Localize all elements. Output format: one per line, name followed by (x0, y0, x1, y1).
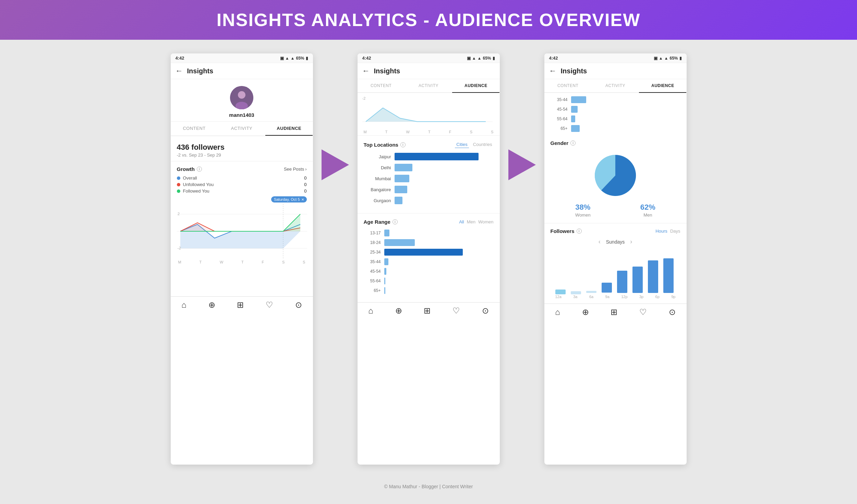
age-track-18-24 (384, 239, 494, 246)
tab-activity-3[interactable]: ACTIVITY (592, 79, 639, 92)
profile-icon-3[interactable]: ⊙ (669, 307, 676, 317)
arrow-shape-1 (322, 149, 349, 180)
profile-icon-2[interactable]: ⊙ (482, 306, 489, 316)
add-icon-3[interactable]: ⊞ (611, 307, 617, 317)
gender-info-icon[interactable]: i (570, 140, 576, 146)
city-label-bangalore: Bangalore (364, 187, 391, 192)
heart-icon-2[interactable]: ♡ (452, 306, 460, 316)
search-icon-2[interactable]: ⊕ (395, 306, 402, 316)
followers-change: -2 vs. Sep 23 - Sep 29 (177, 152, 307, 158)
tooltip-close[interactable]: ✕ (301, 198, 304, 201)
search-icon-1[interactable]: ⊕ (208, 300, 215, 310)
city-bar-jaipur (395, 153, 494, 160)
add-icon-1[interactable]: ⊞ (237, 300, 244, 310)
footer: © Manu Mathur - Blogger | Content Writer (0, 478, 857, 495)
status-bar-1: 4:42 ▣ ▲ ▲ 65% ▮ (171, 53, 313, 63)
age-men-btn[interactable]: Men (467, 219, 475, 224)
unfollowed-val: 0 (304, 182, 306, 187)
hours-chart: 12a 3a 6a 9a 12p 3p 6p 9p (551, 250, 680, 299)
age-track-small-55-64 (571, 115, 680, 122)
age-track-25-34 (384, 249, 494, 256)
home-icon-3[interactable]: ⌂ (555, 307, 560, 317)
tab-activity-2[interactable]: ACTIVITY (405, 79, 452, 92)
hour-12p: 12p (621, 295, 627, 299)
tab-content-3[interactable]: CONTENT (544, 79, 592, 92)
back-button-2[interactable]: ← (362, 66, 370, 75)
tab-audience-1[interactable]: AUDIENCE (265, 122, 313, 136)
nav-bar-1: ← Insights (171, 63, 313, 79)
svg-marker-13 (366, 108, 486, 122)
tab-audience-2[interactable]: AUDIENCE (452, 79, 499, 93)
tab-activity-1[interactable]: ACTIVITY (218, 122, 265, 136)
days-btn[interactable]: Days (670, 229, 680, 234)
top-locations-title: Top Locations i (364, 142, 406, 148)
age-fill-35-44 (384, 258, 389, 265)
growth-chart-svg: 2 -2 (177, 204, 307, 259)
prev-day-button[interactable]: ‹ (599, 238, 601, 245)
home-icon-2[interactable]: ⌂ (368, 306, 373, 316)
search-icon-3[interactable]: ⊕ (582, 307, 589, 317)
battery-3: 65% (669, 56, 678, 61)
hour-12a: 12a (555, 295, 562, 299)
followers-info-icon[interactable]: i (577, 229, 582, 234)
day-labels-1: M T W T F S S (177, 260, 307, 264)
countries-toggle[interactable]: Countries (472, 141, 494, 148)
arrow-shape-2 (508, 149, 536, 180)
city-label-mumbai: Mumbai (364, 176, 391, 181)
age-label-small-35-44: 35-44 (551, 97, 568, 102)
profile-icon-1[interactable]: ⊙ (295, 300, 302, 310)
avatar (230, 86, 253, 109)
overall-dot (177, 176, 180, 180)
legend-followed: Followed You 0 (177, 188, 307, 194)
bar-12p (617, 271, 627, 293)
age-all-btn[interactable]: All (459, 219, 464, 224)
day-nav: ‹ Sundays › (551, 238, 680, 245)
men-percent: 62% (640, 203, 655, 212)
age-range-title: Age Range i (364, 219, 398, 225)
age-women-btn[interactable]: Women (478, 219, 494, 224)
next-day-button[interactable]: › (630, 238, 632, 245)
followers-time-title: Followers i (551, 228, 582, 234)
tab-content-2[interactable]: CONTENT (358, 79, 405, 92)
status-time-2: 4:42 (362, 56, 371, 61)
cities-toggle[interactable]: Cities (455, 141, 469, 148)
hours-btn[interactable]: Hours (655, 229, 667, 234)
locations-info-icon[interactable]: i (400, 142, 406, 147)
status-bar-2: 4:42 ▣ ▲ ▲ 65% ▮ (358, 53, 500, 63)
battery-icon-2: ▮ (493, 56, 495, 61)
profile-section: mann1403 (171, 79, 313, 122)
heart-icon-1[interactable]: ♡ (266, 300, 273, 310)
age-bar-small-45-54: 45-54 (551, 106, 680, 113)
see-posts-button[interactable]: See Posts › (284, 167, 307, 172)
back-button-3[interactable]: ← (549, 66, 557, 75)
mini-chart-2: -2 M T W T F S S (358, 93, 500, 136)
back-button-1[interactable]: ← (176, 66, 183, 75)
add-icon-2[interactable]: ⊞ (424, 306, 431, 316)
spacer-1 (171, 269, 313, 296)
overall-val: 0 (304, 175, 306, 181)
nav-bar-2: ← Insights (358, 63, 500, 79)
phone-1: 4:42 ▣ ▲ ▲ 65% ▮ ← Insights (171, 53, 313, 465)
age-track-35-44 (384, 258, 494, 265)
hour-3a: 3a (573, 295, 577, 299)
legend-unfollowed: Unfollowed You 0 (177, 182, 307, 187)
age-info-icon[interactable]: i (393, 219, 398, 224)
home-icon-1[interactable]: ⌂ (181, 300, 186, 310)
city-bar-gurgaon (395, 197, 494, 204)
phones-container: 4:42 ▣ ▲ ▲ 65% ▮ ← Insights (0, 40, 857, 478)
age-fill-55-64 (384, 278, 385, 284)
city-bar-mumbai (395, 175, 494, 182)
age-rows-small: 35-44 45-54 55-64 65+ (544, 93, 687, 132)
age-fill-45-54 (384, 268, 386, 275)
growth-info-icon[interactable]: i (197, 167, 202, 172)
bar-row-bangalore: Bangalore (364, 186, 494, 193)
svg-marker-8 (180, 223, 300, 231)
tab-audience-3[interactable]: AUDIENCE (639, 79, 686, 93)
heart-icon-3[interactable]: ♡ (639, 307, 647, 317)
age-bar-35-44: 35-44 (364, 258, 494, 265)
followed-dot (177, 189, 180, 193)
tab-content-1[interactable]: CONTENT (171, 122, 218, 136)
bar-row-jaipur: Jaipur (364, 153, 494, 160)
followers-section: 436 followers -2 vs. Sep 23 - Sep 29 (171, 136, 313, 161)
age-bar-13-17: 13-17 (364, 230, 494, 236)
